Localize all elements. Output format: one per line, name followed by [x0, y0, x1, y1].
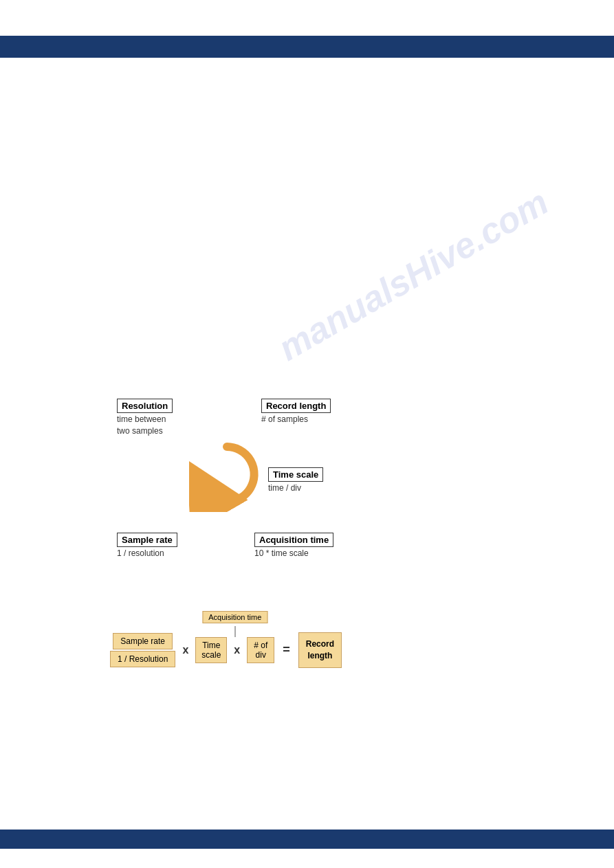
circle-diagram: Resolution time betweentwo samples Recor… — [110, 399, 413, 591]
time-scale-sublabel: time / div — [268, 482, 301, 494]
acquisition-time-box: Acquisition time — [254, 533, 333, 547]
record-length-box: Record length — [261, 399, 331, 413]
time-scale-box: Time scale — [268, 467, 323, 482]
sample-rate-sublabel: 1 / resolution — [117, 548, 164, 559]
resolution-box: Resolution — [117, 399, 173, 413]
operator-2: x — [232, 644, 241, 656]
bottom-bar — [0, 830, 614, 849]
top-bar — [0, 36, 614, 58]
resolution-sublabel: time betweentwo samples — [117, 414, 166, 437]
sample-rate-box: Sample rate — [117, 533, 177, 547]
operator-1: x — [181, 644, 190, 656]
circle-diagram-area: Resolution time betweentwo samples Recor… — [110, 399, 509, 612]
formula-result-box: Recordlength — [298, 632, 342, 668]
sample-rate-formula-stack: Sample rate 1 / Resolution — [110, 633, 175, 667]
circular-arrow-icon — [189, 436, 265, 512]
record-length-sublabel: # of samples — [261, 414, 308, 425]
watermark: manualsHive.com — [272, 181, 556, 368]
formula-resolution-label: 1 / Resolution — [110, 651, 175, 667]
connector-line — [234, 626, 235, 637]
formula-section: Sample rate 1 / Resolution x Acquisition… — [110, 598, 523, 668]
formula-time-scale-box: Timescale — [195, 637, 227, 663]
formula-num-div-box: # ofdiv — [247, 637, 274, 663]
formula-acquisition-time-top: Acquisition time — [202, 611, 267, 623]
formula-sample-rate-label: Sample rate — [113, 633, 173, 649]
acquisition-time-sublabel: 10 * time scale — [254, 548, 309, 559]
equals-sign: = — [280, 643, 293, 657]
